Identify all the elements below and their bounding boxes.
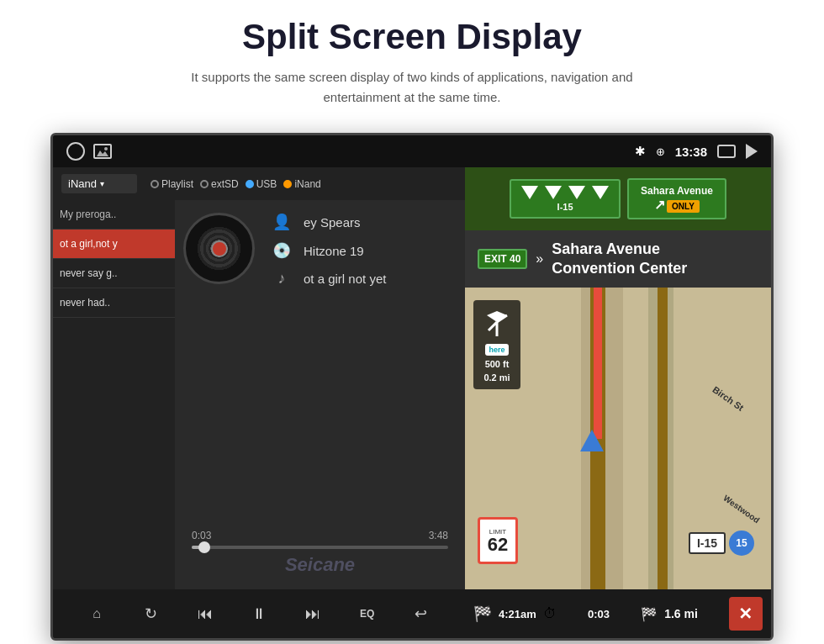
extsd-option[interactable]: extSD <box>200 178 239 190</box>
prev-button[interactable]: ⏮ <box>190 599 220 629</box>
exit-destination: Sahara Avenue Convention Center <box>552 240 687 279</box>
next-button[interactable]: ⏭ <box>298 599 328 629</box>
inand-radio <box>283 180 292 188</box>
inand-label: iNand <box>294 178 320 190</box>
arrow-right-icon: » <box>536 251 543 267</box>
back-icon <box>746 144 758 159</box>
person-icon: 👤 <box>272 213 292 231</box>
list-item[interactable]: never say g.. <box>53 259 175 288</box>
arrow-4 <box>592 186 609 199</box>
nav-eta-group: 🏁 4:21am ⏱ <box>473 604 557 623</box>
playlist-label: Playlist <box>161 178 193 190</box>
artist-name: ey Spears <box>304 215 361 230</box>
flag-end-icon: 🏁 <box>641 606 658 622</box>
play-pause-button[interactable]: ⏸ <box>244 599 274 629</box>
nav-distance-group: 🏁 1.6 mi <box>641 606 698 622</box>
player-inner: My preroga.. ot a girl,not y never say g… <box>53 200 465 589</box>
usb-label: USB <box>256 178 277 190</box>
svg-marker-1 <box>97 150 108 156</box>
progress-bar[interactable] <box>192 546 448 549</box>
list-item[interactable]: never had.. <box>53 288 175 318</box>
album-row: 💿 Hitzone 19 <box>272 241 457 260</box>
album-name: Hitzone 19 <box>304 244 364 258</box>
nav-bottom-bar: 🏁 4:21am ⏱ 0:03 🏁 1.6 mi ✕ <box>465 589 771 638</box>
vinyl-center <box>211 240 228 257</box>
directional-arrows <box>521 186 609 199</box>
main-content: iNand ▾ Playlist extSD USB <box>53 167 771 638</box>
status-bar: ✱ ⊕ 13:38 <box>53 135 771 167</box>
watermark: Seicane <box>183 554 457 576</box>
gallery-icon <box>93 144 112 159</box>
progress-thumb[interactable] <box>198 541 210 553</box>
navigation-panel: I-15 Sahara Avenue ↗ ONLY EXIT 40 » Saha… <box>465 167 771 638</box>
list-item[interactable]: ot a girl,not y <box>53 230 175 259</box>
svg-point-2 <box>104 147 108 150</box>
remaining-distance: 1.6 mi <box>664 607 698 620</box>
shield-icon: 15 <box>729 531 754 556</box>
track-display: 👤 ey Spears 💿 Hitzone 19 ♪ ot a girl not… <box>183 213 457 304</box>
controls-bar: ⌂ ↻ ⏮ ⏸ ⏭ EQ ↩ <box>53 589 465 638</box>
speed-limit-sign: LIMIT 62 <box>478 517 518 564</box>
turn-instruction: here 500 ft 0.2 mi <box>473 300 520 389</box>
arrow-1 <box>521 186 538 199</box>
road-right-center <box>658 288 668 589</box>
close-nav-button[interactable]: ✕ <box>729 597 763 631</box>
here-logo: here <box>485 344 508 356</box>
location-icon: ⊕ <box>656 145 665 158</box>
highway-sign: I-15 15 <box>689 531 754 556</box>
music-player-panel: iNand ▾ Playlist extSD USB <box>53 167 465 638</box>
elapsed-time: 0:03 <box>588 608 610 620</box>
arrow-2 <box>545 186 562 199</box>
inand-dropdown[interactable]: iNand ▾ <box>61 174 137 193</box>
home-icon <box>66 142 85 161</box>
car-indicator <box>580 430 604 451</box>
screen-icon <box>717 145 736 158</box>
playlist-option[interactable]: Playlist <box>151 178 193 190</box>
source-selector[interactable]: iNand ▾ Playlist extSD USB <box>53 167 465 200</box>
device-frame: ✱ ⊕ 13:38 iNand ▾ Playlist <box>50 133 774 641</box>
source-options: Playlist extSD USB iNand <box>151 178 321 190</box>
destination-line2: Convention Center <box>552 260 687 277</box>
route-line <box>594 288 602 439</box>
turn-distance-mi: 0.2 mi <box>483 372 510 383</box>
flag-start-icon: 🏁 <box>473 604 492 623</box>
arrow-3 <box>568 186 585 199</box>
music-note-icon: ♪ <box>272 270 292 288</box>
selected-source: iNand <box>68 177 97 190</box>
playlist-radio <box>151 180 159 188</box>
inand-option[interactable]: iNand <box>283 178 320 190</box>
eq-button[interactable]: EQ <box>352 599 383 629</box>
back-button[interactable]: ↩ <box>406 599 436 629</box>
list-item[interactable]: My preroga.. <box>53 200 175 230</box>
street-name: Sahara Avenue <box>641 185 713 197</box>
usb-radio <box>246 180 254 188</box>
track-name: ot a girl not yet <box>304 272 386 286</box>
highway-signs: I-15 Sahara Avenue ↗ ONLY <box>465 167 771 230</box>
track-row: ♪ ot a girl not yet <box>272 270 457 288</box>
vinyl-disc <box>183 213 255 284</box>
nav-elapsed-group: 0:03 <box>588 608 610 620</box>
status-right: ✱ ⊕ 13:38 <box>635 144 758 159</box>
speed-number: 62 <box>488 536 508 554</box>
artist-row: 👤 ey Spears <box>272 213 457 231</box>
turn-distance: 500 ft <box>485 359 510 369</box>
song-list: My preroga.. ot a girl,not y never say g… <box>53 200 175 589</box>
repeat-button[interactable]: ↻ <box>135 599 166 629</box>
extsd-radio <box>200 180 209 188</box>
page-subtitle: It supports the same screen display of t… <box>168 67 656 108</box>
clock-icon: ⏱ <box>543 606 557 621</box>
diag-arrow: ↗ ONLY <box>654 197 700 213</box>
time-total: 3:48 <box>429 530 448 541</box>
clock-display: 13:38 <box>675 145 707 159</box>
highway-id: I-15 <box>557 202 573 212</box>
status-left <box>66 142 112 161</box>
destination-line1: Sahara Avenue <box>552 240 660 257</box>
exit-badge: EXIT 40 <box>478 249 527 269</box>
dropdown-arrow-icon: ▾ <box>100 179 104 188</box>
home-button[interactable]: ⌂ <box>82 599 112 629</box>
sahara-sign: Sahara Avenue ↗ ONLY <box>627 178 726 219</box>
progress-section: 0:03 3:48 <box>183 530 457 549</box>
exit-banner: EXIT 40 » Sahara Avenue Convention Cente… <box>465 230 771 288</box>
usb-option[interactable]: USB <box>246 178 277 190</box>
extsd-label: extSD <box>211 178 239 190</box>
